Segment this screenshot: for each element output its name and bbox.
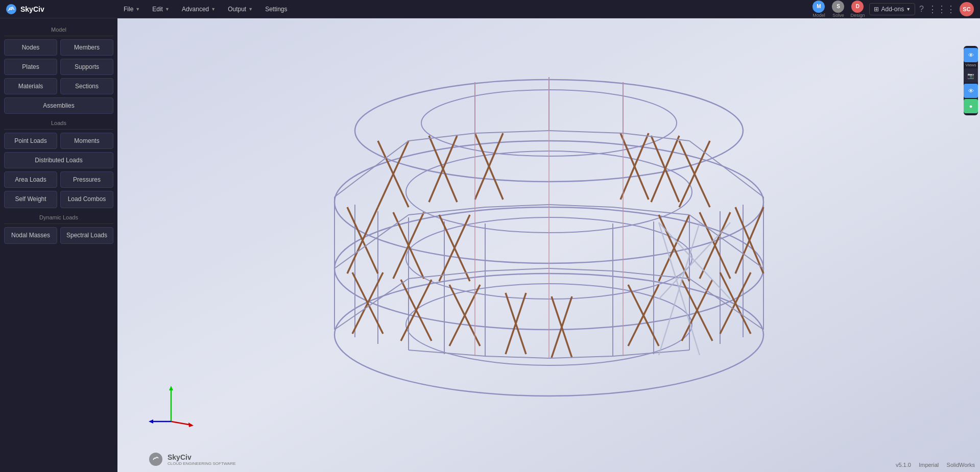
mode-design-circle: D: [851, 1, 864, 13]
topbar: SkyCiv File ▼ Edit ▼ Advanced ▼ Output ▼…: [0, 0, 980, 18]
bottom-status: v5.1.0 Imperial SolidWorks: [896, 462, 975, 468]
watermark-sub: CLOUD ENGINEERING SOFTWARE: [168, 461, 236, 466]
right-panel: 👁 Views 📷 👁 ●: [962, 44, 980, 117]
svg-point-100: [149, 453, 162, 466]
views-panel: 👁 Views 📷 👁 ●: [964, 46, 978, 115]
menu-advanced[interactable]: Advanced ▼: [176, 0, 222, 18]
watermark-logo: SkyCiv: [168, 453, 236, 461]
top-right: M Model S Solve D Design ⊞ Add-ons ▼ ? ⋮…: [811, 1, 980, 18]
logo-area: SkyCiv: [0, 3, 117, 15]
sections-button[interactable]: Sections: [60, 78, 113, 94]
help-button[interactable]: ?: [919, 5, 924, 14]
loads-divider: [4, 129, 113, 130]
nodes-members-row: Nodes Members: [4, 39, 113, 56]
svg-line-96: [171, 421, 192, 425]
svg-marker-97: [188, 423, 194, 427]
views-eye-button[interactable]: 👁: [964, 48, 978, 62]
top-menu: File ▼ Edit ▼ Advanced ▼ Output ▼ Settin…: [117, 0, 811, 18]
addons-arrow-icon: ▼: [906, 7, 911, 12]
green-action-button[interactable]: ●: [964, 99, 978, 113]
spectral-loads-button[interactable]: Spectral Loads: [60, 227, 113, 244]
materials-button[interactable]: Materials: [4, 78, 57, 94]
plates-supports-row: Plates Supports: [4, 59, 113, 75]
moments-button[interactable]: Moments: [60, 133, 113, 149]
dynamic-loads-divider: [4, 223, 113, 224]
supports-button[interactable]: Supports: [60, 59, 113, 75]
apps-grid-button[interactable]: ⋮⋮⋮: [928, 4, 955, 15]
nodal-masses-button[interactable]: Nodal Masses: [4, 227, 57, 244]
dynamic-loads-section-label: Dynamic Loads: [4, 211, 113, 222]
unit-system: Imperial: [919, 462, 939, 468]
logo-text: SkyCiv: [20, 5, 44, 13]
self-weight-button[interactable]: Self Weight: [4, 191, 57, 208]
plates-button[interactable]: Plates: [4, 59, 57, 75]
load-combos-button[interactable]: Load Combos: [60, 191, 113, 208]
menu-edit[interactable]: Edit ▼: [146, 0, 176, 18]
assemblies-button[interactable]: Assemblies: [4, 97, 113, 114]
skyciv-logo-icon: [5, 3, 17, 15]
file-arrow: ▼: [135, 7, 140, 12]
viewport: SkyCiv CLOUD ENGINEERING SOFTWARE v5.1.0…: [117, 18, 980, 472]
addons-grid-icon: ⊞: [874, 6, 879, 13]
visibility-button[interactable]: 👁: [964, 84, 978, 98]
members-button[interactable]: Members: [60, 39, 113, 56]
point-loads-moments-row: Point Loads Moments: [4, 133, 113, 149]
loads-section-label: Loads: [4, 117, 113, 128]
output-arrow: ▼: [248, 7, 253, 12]
point-loads-button[interactable]: Point Loads: [4, 133, 57, 149]
materials-sections-row: Materials Sections: [4, 78, 113, 94]
user-avatar[interactable]: SC: [960, 2, 974, 16]
mode-model-circle: M: [812, 1, 825, 13]
model-section-label: Model: [4, 23, 113, 35]
nodal-masses-spectral-loads-row: Nodal Masses Spectral Loads: [4, 227, 113, 244]
area-loads-button[interactable]: Area Loads: [4, 171, 57, 188]
camera-button[interactable]: 📷: [964, 68, 978, 83]
coordinate-axes: [148, 383, 194, 431]
svg-marker-95: [169, 386, 173, 390]
mode-solve-circle: S: [832, 1, 844, 13]
watermark: SkyCiv CLOUD ENGINEERING SOFTWARE: [148, 452, 236, 467]
version-text: v5.1.0: [896, 462, 911, 468]
pressures-button[interactable]: Pressures: [60, 171, 113, 188]
sidebar: Model Nodes Members Plates Supports Mate…: [0, 18, 117, 472]
mode-model[interactable]: M Model: [811, 1, 826, 18]
menu-settings[interactable]: Settings: [259, 0, 293, 18]
svg-marker-99: [149, 419, 153, 424]
menu-output[interactable]: Output ▼: [222, 0, 259, 18]
distributed-loads-button[interactable]: Distributed Loads: [4, 152, 113, 168]
area-loads-pressures-row: Area Loads Pressures: [4, 171, 113, 188]
advanced-arrow: ▼: [211, 7, 216, 12]
model-divider: [4, 36, 113, 36]
watermark-text-group: SkyCiv CLOUD ENGINEERING SOFTWARE: [168, 453, 236, 466]
edit-arrow: ▼: [165, 7, 170, 12]
views-label: Views: [965, 63, 976, 67]
nodes-button[interactable]: Nodes: [4, 39, 57, 56]
addons-button[interactable]: ⊞ Add-ons ▼: [869, 3, 915, 15]
menu-file[interactable]: File ▼: [117, 0, 146, 18]
cad-system: SolidWorks: [947, 462, 975, 468]
self-weight-load-combos-row: Self Weight Load Combos: [4, 191, 113, 208]
structure-visualization: [117, 18, 980, 472]
mode-solve[interactable]: S Solve: [830, 1, 846, 18]
mode-design[interactable]: D Design: [850, 1, 865, 18]
